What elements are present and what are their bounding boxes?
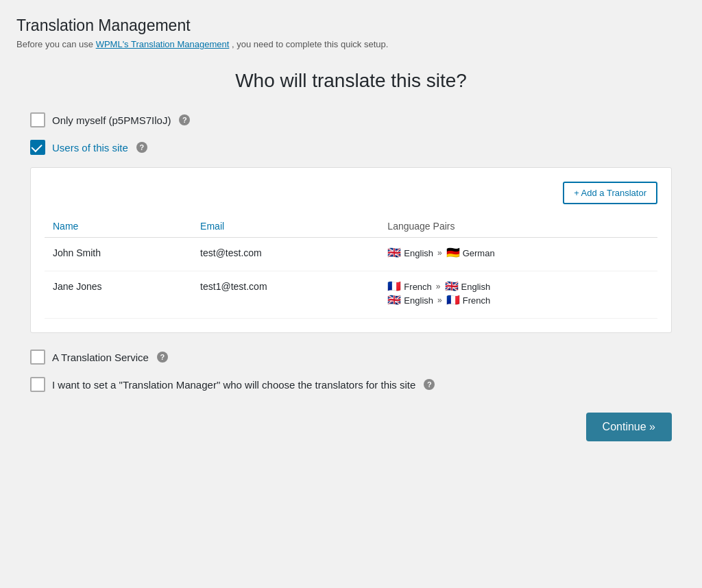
option-translation-manager: I want to set a "Translation Manager" wh… [30,377,672,392]
from-lang: English [404,295,433,306]
checkbox-translation-service[interactable] [30,350,45,365]
continue-row: Continue » [16,413,686,441]
lang-pair: 🇫🇷 French » 🇬🇧 English [387,281,649,292]
page-title: Translation Management [16,16,686,35]
subtitle-suffix: , you need to complete this quick setup. [232,39,388,49]
option-only-myself-label: Only myself (p5PMS7IloJ) [52,114,171,126]
from-lang: French [404,282,431,292]
page-subtitle: Before you can use WPML's Translation Ma… [16,39,686,49]
translators-panel: + Add a Translator Name Email Language P… [30,167,672,333]
option-translation-manager-label: I want to set a "Translation Manager" wh… [52,379,415,391]
continue-button[interactable]: Continue » [586,413,672,441]
checkbox-translation-manager[interactable] [30,377,45,392]
table-body: John Smith test@test.com 🇬🇧 English » 🇩🇪… [45,238,657,319]
option-only-myself: Only myself (p5PMS7IloJ) ? [16,112,686,127]
arrow-icon: » [436,282,441,291]
option-translation-service: A Translation Service ? [30,350,672,365]
to-lang: German [463,248,495,258]
wpml-link[interactable]: WPML's Translation Management [96,39,230,49]
translator-lang-pairs: 🇬🇧 English » 🇩🇪 German [379,238,657,271]
col-header-email: Email [192,215,379,238]
to-lang: English [461,282,491,292]
checkbox-users-of-site[interactable] [30,140,45,155]
help-icon-translation-manager[interactable]: ? [424,379,435,390]
bottom-options: A Translation Service ? I want to set a … [16,350,686,392]
from-lang: English [404,248,433,258]
table-row: Jane Jones test1@test.com 🇫🇷 French » 🇬🇧… [45,271,657,319]
arrow-icon: » [437,248,442,258]
to-flag: 🇩🇪 [446,247,460,258]
checkbox-only-myself[interactable] [30,112,45,127]
add-translator-button[interactable]: + Add a Translator [563,182,657,204]
help-icon-users-of-site[interactable]: ? [136,142,147,153]
translator-email: test@test.com [192,238,379,271]
help-icon-translation-service[interactable]: ? [157,352,168,363]
translator-name: Jane Jones [45,271,192,319]
arrow-icon: » [437,295,442,305]
lang-pair: 🇬🇧 English » 🇩🇪 German [387,247,649,258]
to-lang: French [463,295,490,306]
table-header: Name Email Language Pairs [45,215,657,238]
from-flag: 🇬🇧 [387,295,401,306]
option-users-of-site: Users of this site ? [16,140,686,155]
table-row: John Smith test@test.com 🇬🇧 English » 🇩🇪… [45,238,657,271]
to-flag: 🇬🇧 [445,281,459,292]
option-translation-service-label: A Translation Service [52,352,149,363]
section-heading: Who will translate this site? [16,70,686,92]
from-flag: 🇫🇷 [387,281,401,292]
col-header-lang-pairs: Language Pairs [379,215,657,238]
col-header-name: Name [45,215,192,238]
translator-name: John Smith [45,238,192,271]
lang-pair: 🇬🇧 English » 🇫🇷 French [387,295,649,306]
translator-email: test1@test.com [192,271,379,319]
to-flag: 🇫🇷 [446,295,460,306]
subtitle-text: Before you can use [16,39,96,49]
option-users-of-site-label: Users of this site [52,142,128,154]
translators-table: Name Email Language Pairs John Smith tes… [45,215,657,319]
from-flag: 🇬🇧 [387,247,401,258]
main-card: Who will translate this site? Only mysel… [16,70,686,441]
translator-lang-pairs: 🇫🇷 French » 🇬🇧 English 🇬🇧 English » 🇫🇷 F [379,271,657,319]
help-icon-only-myself[interactable]: ? [179,114,190,125]
